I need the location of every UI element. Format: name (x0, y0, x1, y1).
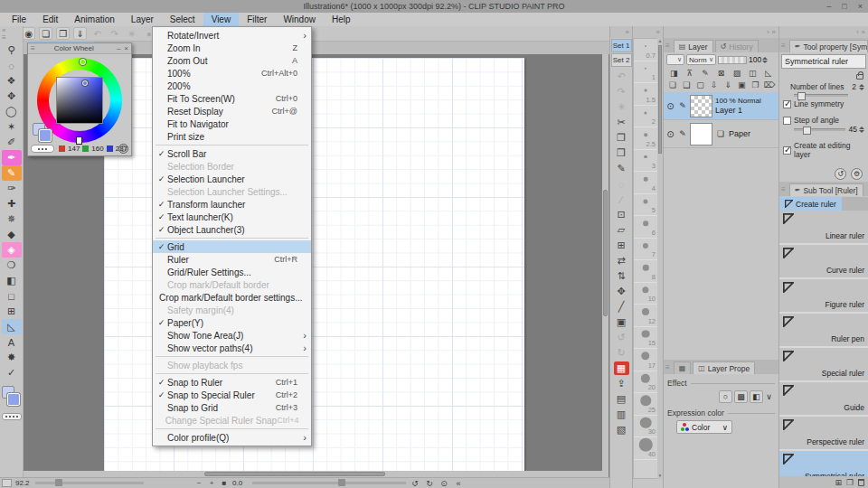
brush-tool[interactable]: ✑ (2, 181, 22, 196)
menu-bar-item[interactable]: View (203, 13, 240, 26)
redo-icon[interactable]: ↷ (611, 84, 632, 99)
flip-horizontal-icon[interactable]: ⇄ (611, 253, 632, 268)
mesh-transform-icon[interactable]: ⊞ (611, 238, 632, 253)
sub-tool-item[interactable]: Special ruler (779, 348, 868, 382)
menu-bar-item[interactable]: Window (275, 13, 324, 26)
menu-item[interactable]: Transform launcher (153, 198, 311, 211)
figure-tool[interactable]: □ (2, 288, 22, 304)
gradient-tool[interactable]: ◧ (2, 273, 22, 288)
menu-item[interactable]: Safety margin(4) (153, 304, 311, 316)
brush-size-item[interactable]: 17 (634, 349, 657, 371)
brush-size-item[interactable]: 1.5 (634, 83, 657, 106)
eye-icon[interactable]: ⊙ (665, 129, 675, 139)
panel-collapse-icon[interactable]: » (862, 28, 865, 36)
zoom-tool[interactable]: ⚲ (2, 42, 22, 58)
rotation-value[interactable]: 0.0 (232, 479, 249, 487)
spinner-icon[interactable] (859, 84, 864, 90)
opacity-value[interactable]: 100 (749, 55, 768, 64)
tone-effect-icon[interactable]: ▩ (734, 390, 748, 403)
zoom-value[interactable]: 92.2 (15, 479, 32, 487)
menu-item[interactable]: Show playback fps (153, 359, 311, 371)
menu-item[interactable]: Rotate/Invert (153, 29, 311, 42)
saturation-value-square[interactable] (56, 77, 103, 124)
scrollbar-thumb[interactable] (658, 45, 662, 154)
sub-tool-item[interactable]: Linear ruler (779, 211, 868, 245)
vertical-scrollbar[interactable] (602, 54, 609, 477)
sub-tool-item[interactable]: Curve ruler (779, 245, 868, 279)
blend-mode-dropdown[interactable]: Norm∨ (686, 54, 716, 65)
menu-item[interactable] (153, 143, 311, 147)
quick-access-set-tab[interactable]: Set 2 (611, 53, 632, 67)
slider-knob[interactable] (338, 479, 345, 486)
decoration-tool[interactable]: ✚ (2, 196, 22, 211)
open-file-icon[interactable]: ❐ (56, 27, 70, 40)
menu-item[interactable]: Selection Launcher (153, 173, 311, 185)
brush-size-item[interactable]: 4 (634, 172, 657, 194)
step-of-angle-value[interactable]: 45 (849, 125, 857, 134)
menu-item[interactable]: Snap to Grid Ctrl+3 (153, 401, 311, 414)
zoom-in-button[interactable]: + (207, 479, 216, 487)
csp-logo-icon[interactable]: ◉ (22, 27, 35, 40)
tab-misc[interactable]: ▦ (674, 361, 692, 374)
status-corner-box[interactable] (2, 479, 12, 487)
redo-icon[interactable]: ↷ (108, 27, 121, 40)
sv-marker[interactable] (82, 80, 88, 86)
ruler-range-icon[interactable]: ◺ (761, 69, 776, 78)
menu-bar-item[interactable]: File (4, 13, 34, 26)
number-of-lines-slider[interactable] (794, 94, 848, 97)
new-folder-icon[interactable]: ▢ (694, 80, 707, 89)
menu-item[interactable]: Fit To Screen(W) Ctrl+0 (153, 92, 311, 105)
rotate-left-icon[interactable]: ↺ (410, 479, 420, 488)
rotate-right-icon[interactable]: ↻ (424, 479, 435, 488)
menu-item[interactable]: Crop mark/Default border (153, 278, 311, 291)
clip-below-icon[interactable]: ⊼ (682, 69, 696, 78)
menu-bar-item[interactable]: Filter (239, 13, 275, 26)
create-at-editing-layer-checkbox[interactable] (783, 146, 791, 155)
merge-down-icon[interactable]: ⇓ (722, 80, 734, 89)
menu-item[interactable]: Snap to Special Ruler Ctrl+2 (153, 389, 311, 401)
rotation-slider[interactable] (252, 482, 406, 484)
horizontal-scrollbar[interactable] (24, 471, 602, 477)
tab-layer-property[interactable]: ◫ Layer Prope (693, 361, 755, 374)
draft-layer-icon[interactable]: ✎ (698, 69, 712, 78)
menu-item[interactable]: Show Tone Area(J) (153, 329, 311, 342)
menu-item[interactable]: Selection Border (153, 160, 311, 173)
minimize-icon[interactable]: – (117, 44, 120, 52)
color-wheel-mode-icon[interactable] (118, 144, 128, 154)
line-symmetry-checkbox[interactable] (783, 100, 791, 108)
menu-item[interactable] (153, 236, 311, 240)
color-wheel-titlebar[interactable]: ≡ Color Wheel – × (28, 43, 131, 54)
eyedropper-tool[interactable]: ✐ (2, 135, 22, 150)
zoom-slider[interactable] (35, 482, 144, 484)
eye-icon[interactable]: ⊙ (665, 101, 675, 111)
brush-size-item[interactable]: 40 (634, 437, 657, 460)
menu-item[interactable]: 200% (153, 80, 311, 92)
brush-size-item[interactable]: 10 (634, 283, 657, 305)
undo-icon[interactable]: ↶ (90, 27, 104, 40)
move-tool[interactable]: ✥ (2, 89, 22, 104)
frame-border-tool[interactable]: ⊞ (2, 304, 22, 319)
brush-size-item[interactable]: 25 (634, 393, 657, 416)
tab-tool-property[interactable]: ✒ Tool property [Symmet (789, 40, 868, 52)
hue-bottom-marker[interactable] (76, 136, 82, 145)
brush-size-item[interactable]: 30 (634, 416, 657, 438)
spinner-icon[interactable] (859, 127, 864, 133)
step-of-angle-checkbox[interactable] (783, 117, 791, 125)
menu-item[interactable]: Paper(Y) (153, 316, 311, 329)
blend-tool[interactable]: ❍ (2, 258, 22, 273)
menu-item[interactable]: Text launcher(K) (153, 211, 311, 223)
scrollbar-thumb[interactable] (603, 190, 608, 316)
menu-item[interactable]: Selection Launcher Settings... (153, 185, 311, 198)
undo-icon[interactable]: ↶ (611, 69, 632, 84)
fill-tool[interactable]: ◈ (2, 242, 22, 258)
brush-size-item[interactable]: 1 (634, 61, 657, 84)
panel-collapse-icon[interactable]: » (772, 28, 776, 36)
color-set-icon[interactable] (2, 413, 22, 420)
panel-expand-icon[interactable]: › (856, 28, 859, 36)
save-icon[interactable]: ▤ (611, 391, 632, 407)
menu-item[interactable]: Snap to Ruler Ctrl+1 (153, 376, 311, 389)
rotate-right-icon[interactable]: ↻ (611, 345, 632, 361)
marker-pen-tool[interactable]: ✒ (2, 150, 22, 165)
slider-knob[interactable] (797, 92, 806, 100)
menu-item[interactable]: Crop mark/Default border settings... (153, 291, 311, 304)
